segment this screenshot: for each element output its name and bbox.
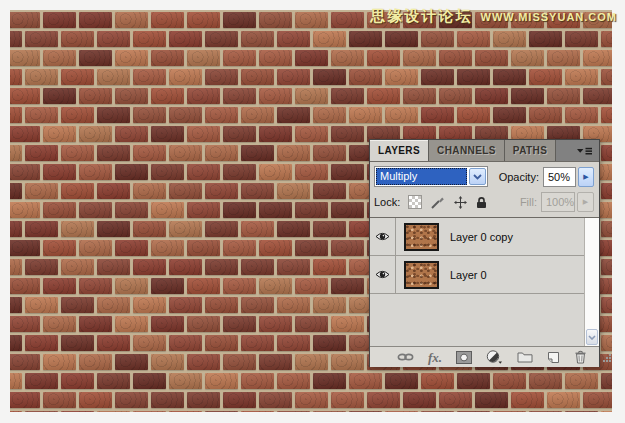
brick [187,354,220,370]
brick [547,392,580,408]
brick [151,278,184,294]
fill-label: Fill: [520,196,537,208]
brick [259,316,292,332]
fill-value: 100% [546,196,574,208]
brick [10,259,22,275]
brick [133,411,166,412]
brick [529,373,562,389]
chevron-down-icon [588,335,596,340]
tab-channels[interactable]: CHANNELS [429,140,505,161]
brick [313,145,346,161]
new-layer-icon [547,351,560,364]
watermark-site-url: WWW.MISSYUAN.COM [481,11,617,23]
brick [295,12,328,28]
brick [10,50,40,66]
brick [169,145,202,161]
brick [277,259,310,275]
new-group-button[interactable] [517,351,533,363]
brick [97,221,130,237]
tab-layers[interactable]: LAYERS [370,140,429,161]
brick [187,240,220,256]
opacity-slider-button[interactable]: ▶ [578,167,594,187]
layer-row[interactable]: Layer 0 [370,256,599,294]
lock-image-icon[interactable] [431,196,445,209]
brick [277,145,310,161]
layer-thumbnail[interactable] [404,223,439,251]
brick [295,316,328,332]
brick [169,411,202,412]
brick [223,164,256,180]
brick [25,69,58,85]
brick [205,183,238,199]
brick [79,50,112,66]
brick [97,411,130,412]
brick [349,31,382,47]
brick [25,297,58,313]
brick [403,50,436,66]
visibility-toggle[interactable] [370,218,396,255]
layer-name[interactable]: Layer 0 copy [450,231,513,243]
brick [457,373,490,389]
scrollbar[interactable] [584,218,599,346]
visibility-toggle[interactable] [370,256,396,293]
lock-transparency-icon[interactable] [408,195,422,209]
adjustment-layer-button[interactable] [486,350,503,364]
lock-position-icon[interactable] [454,196,467,209]
brick [223,278,256,294]
tab-paths[interactable]: PATHS [505,140,556,161]
brick [205,221,238,237]
brick [25,183,58,199]
layer-thumbnail[interactable] [404,261,439,289]
brick [565,107,598,123]
panel-menu-button[interactable] [569,140,599,161]
brick [79,88,112,104]
lock-all-icon[interactable] [476,196,487,209]
brick [457,31,490,47]
add-layer-mask-button[interactable] [456,351,472,364]
brick [241,373,274,389]
brick [295,240,328,256]
lock-label: Lock: [374,196,400,208]
brick [565,411,598,412]
layer-name[interactable]: Layer 0 [450,269,487,281]
resize-grip-icon [601,352,612,363]
blend-mode-arrow-button[interactable] [469,168,486,185]
scroll-down-button[interactable] [586,329,598,345]
brick [133,31,166,47]
brick [10,202,40,218]
panel-bottom-toolbar: fx. [370,346,599,367]
adjustment-layer-icon [486,350,503,364]
brick [187,316,220,332]
panel-resize-grip[interactable] [601,352,612,363]
brick [313,221,346,237]
brick [151,164,184,180]
link-layers-button[interactable] [397,352,414,362]
brick [79,354,112,370]
layer-row[interactable]: Layer 0 copy [370,218,599,256]
brick [187,278,220,294]
layer-style-button[interactable]: fx. [428,352,442,363]
brick [25,259,58,275]
brick [97,335,130,351]
brick [151,88,184,104]
brick [493,373,526,389]
brick [313,259,346,275]
brick [313,411,346,412]
opacity-field[interactable]: 50% [543,167,576,187]
delete-layer-button[interactable] [574,350,587,364]
brick [601,297,612,313]
brick [97,31,130,47]
brick [313,297,346,313]
brick [169,183,202,199]
brick [241,221,274,237]
brick [439,50,472,66]
new-layer-button[interactable] [547,351,560,364]
brick [61,107,94,123]
brick [259,202,292,218]
blend-mode-dropdown[interactable]: Multiply [374,166,488,187]
brick [10,88,40,104]
brick [133,69,166,85]
brick [601,69,612,85]
tab-bar-spacer [556,140,569,161]
brick [43,126,76,142]
